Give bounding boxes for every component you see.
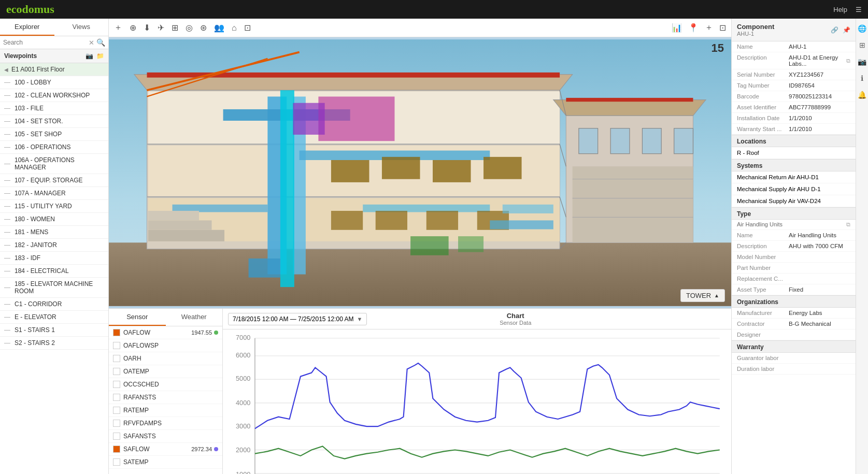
pin-panel-icon[interactable]: 📌 xyxy=(843,26,850,34)
date-range-selector[interactable]: 7/18/2015 12:00 AM — 7/25/2015 12:00 AM … xyxy=(228,313,367,325)
field-value xyxy=(789,366,850,372)
fullscreen-icon[interactable]: ⊡ xyxy=(718,22,727,34)
viewpoints-item[interactable]: ◀E1 A001 First Floor xyxy=(0,63,108,76)
toolbar-icons: ＋ ⊕ ⬇ ✈ ⊞ ◎ ⊛ 👥 ⌂ ⊡ xyxy=(113,21,252,34)
select-icon[interactable]: ⊕ xyxy=(129,22,137,34)
field-label: Duration labor xyxy=(737,366,789,372)
sensor-item[interactable]: OCCSCHED xyxy=(109,378,222,391)
copy-icon[interactable]: ⧉ xyxy=(846,58,850,64)
viewpoints-item[interactable]: —S1 - STAIRS 1 xyxy=(0,324,108,337)
layers-icon[interactable]: ⊡ xyxy=(243,22,252,34)
sensor-color-box xyxy=(113,394,120,401)
dash-icon: — xyxy=(4,190,10,197)
sensor-color-box xyxy=(113,420,120,427)
field-label: Contractor xyxy=(737,321,789,327)
tab-views[interactable]: Views xyxy=(54,19,109,36)
people-icon[interactable]: 👥 xyxy=(213,22,225,34)
viewpoints-item[interactable]: —181 - MENS xyxy=(0,226,108,239)
home-icon[interactable]: ⌂ xyxy=(231,22,238,34)
sensor-name: RAFANSTS xyxy=(123,394,218,401)
viewpoints-item[interactable]: —182 - JANITOR xyxy=(0,239,108,252)
viewpoints-item[interactable]: —S2 - STAIRS 2 xyxy=(0,337,108,350)
field-value: B-G Mechanical xyxy=(789,321,850,327)
viewpoints-item[interactable]: —E - ELEVATOR xyxy=(0,311,108,324)
info-edge-icon[interactable]: ℹ xyxy=(859,73,865,84)
field-label: Designer xyxy=(737,332,789,338)
sensor-item[interactable]: OAFLOW 1947.55 xyxy=(109,326,222,339)
section-header: Locations xyxy=(732,135,856,147)
photo-edge-icon[interactable]: 📷 xyxy=(856,56,868,67)
tab-explorer[interactable]: Explorer xyxy=(0,19,54,36)
sensor-panel: Sensor Weather OAFLOW 1947.55 OAFLOWSP O… xyxy=(109,309,223,474)
viewpoints-item[interactable]: —106 - OPERATIONS xyxy=(0,141,108,154)
sensor-color-box xyxy=(113,458,120,466)
viewpoints-item[interactable]: —184 - ELECTRICAL xyxy=(0,265,108,278)
viewpoints-item[interactable]: —183 - IDF xyxy=(0,252,108,265)
svg-rect-42 xyxy=(148,230,224,241)
menu-icon[interactable]: ☰ xyxy=(856,6,862,13)
clear-icon[interactable]: ✕ xyxy=(89,39,94,47)
viewpoints-item[interactable]: —100 - LOBBY xyxy=(0,76,108,89)
section-item-row: Manufacturer Energy Labs xyxy=(732,308,856,319)
gps-icon[interactable]: ⊛ xyxy=(199,22,208,34)
fly-icon[interactable]: ✈ xyxy=(156,22,165,34)
viewpoints-item[interactable]: —105 - SET SHOP xyxy=(0,128,108,141)
section-item-row: Name Air Handling Units xyxy=(732,230,856,241)
add-icon[interactable]: ＋ xyxy=(113,21,123,34)
grid-edge-icon[interactable]: ⊞ xyxy=(858,39,867,51)
svg-rect-34 xyxy=(642,128,661,154)
chart-icon[interactable]: 📊 xyxy=(671,22,683,34)
section-value: Mechanical Supply Air VAV-D24 xyxy=(737,198,821,204)
download-icon[interactable]: ⬇ xyxy=(143,22,151,34)
sensor-name: OATEMP xyxy=(123,368,218,375)
copy-icon[interactable]: ⧉ xyxy=(846,221,850,228)
3d-viewer[interactable]: 15 TOWER ▲ xyxy=(109,37,731,308)
viewpoints-item[interactable]: —C1 - CORRIDOR xyxy=(0,298,108,311)
search-icon[interactable]: 🔍 xyxy=(96,38,105,47)
sensor-item[interactable]: SAFLOW 2972.34 xyxy=(109,443,222,456)
viewpoints-item[interactable]: —185 - ELEVATOR MACHINE ROOM xyxy=(0,278,108,298)
link-icon[interactable]: 🔗 xyxy=(831,26,838,34)
viewpoints-item[interactable]: —103 - FILE xyxy=(0,102,108,115)
sensor-item[interactable]: OARH xyxy=(109,352,222,365)
svg-rect-31 xyxy=(566,98,693,102)
sensor-item[interactable]: SATEMP xyxy=(109,456,222,469)
svg-rect-23 xyxy=(426,211,458,230)
pin-icon[interactable]: 📍 xyxy=(687,22,700,34)
tower-badge[interactable]: TOWER ▲ xyxy=(680,289,725,302)
chart-subtitle: Sensor Data xyxy=(500,320,531,326)
viewpoints-item[interactable]: —115 - UTILITY YARD xyxy=(0,200,108,213)
right-edge: 🌐 ⊞ 📷 ℹ 🔔 xyxy=(856,19,868,474)
world-icon[interactable]: 🌐 xyxy=(856,23,868,34)
dash-icon: — xyxy=(4,92,10,99)
sensor-value: 1947.55 xyxy=(191,329,212,336)
viewpoints-item[interactable]: —104 - SET STOR. xyxy=(0,115,108,128)
field-label: Installation Date xyxy=(737,115,789,121)
viewpoints-item[interactable]: —180 - WOMEN xyxy=(0,213,108,226)
sensor-item[interactable]: OATEMP xyxy=(109,365,222,378)
help-link[interactable]: Help xyxy=(833,6,847,13)
sensor-item[interactable]: RFVFDAMPS xyxy=(109,417,222,430)
viewpoints-item[interactable]: —107A - MANAGER xyxy=(0,187,108,200)
orbit-icon[interactable]: ◎ xyxy=(184,22,194,34)
tab-weather[interactable]: Weather xyxy=(166,309,223,326)
viewpoints-item[interactable]: —102 - CLEAN WORKSHOP xyxy=(0,89,108,102)
notify-edge-icon[interactable]: 🔔 xyxy=(856,89,868,100)
sensor-item[interactable]: RAFANSTS xyxy=(109,391,222,404)
sensor-item[interactable]: OAFLOWSP xyxy=(109,339,222,352)
folder-icon[interactable]: 📁 xyxy=(96,52,104,60)
viewpoints-item[interactable]: —106A - OPERATIONS MANAGER xyxy=(0,154,108,174)
field-value xyxy=(789,254,850,260)
plus-small-icon[interactable]: ＋ xyxy=(704,21,714,34)
camera-icon[interactable]: 📷 xyxy=(86,52,93,60)
svg-rect-36 xyxy=(573,166,693,242)
grid-icon[interactable]: ⊞ xyxy=(170,22,179,34)
search-input[interactable] xyxy=(3,39,87,46)
sensor-item[interactable]: SAFANSTS xyxy=(109,430,222,443)
dash-icon: — xyxy=(4,228,10,236)
viewpoints-item[interactable]: —107 - EQUIP. STORAGE xyxy=(0,174,108,187)
tab-sensor[interactable]: Sensor xyxy=(109,309,166,326)
svg-rect-18 xyxy=(382,157,420,179)
dash-icon: — xyxy=(4,313,10,321)
sensor-item[interactable]: RATEMP xyxy=(109,404,222,417)
